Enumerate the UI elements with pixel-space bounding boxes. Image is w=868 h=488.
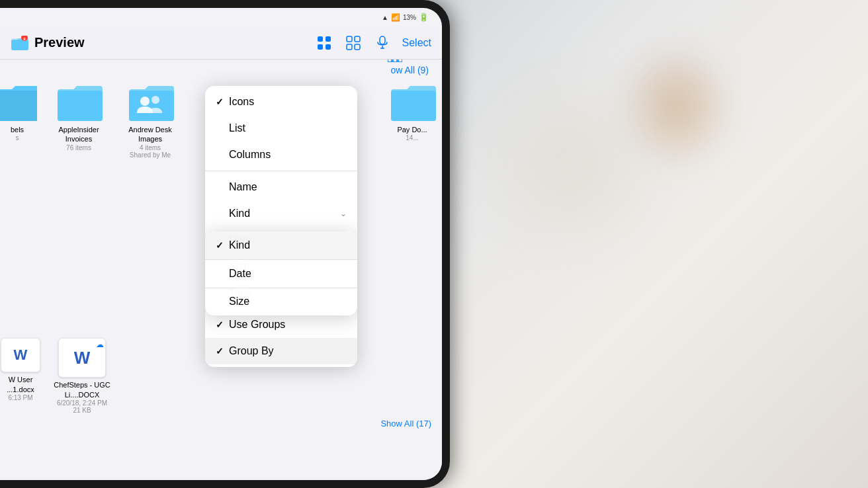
folder-icon xyxy=(55,83,103,122)
microphone-icon[interactable] xyxy=(373,34,392,52)
wifi-icon: 📶 xyxy=(391,13,400,22)
group-by-option[interactable]: ✓ Group By xyxy=(205,338,357,364)
file-name: W User ...1.docx xyxy=(1,375,40,394)
list-item: W W User ...1.docx 6:13 PM xyxy=(1,338,40,414)
svg-rect-9 xyxy=(355,36,360,42)
folder-icon xyxy=(0,83,37,122)
view-section: ✓ Icons List Columns xyxy=(205,86,357,171)
nav-bar: 9 Preview xyxy=(0,26,442,60)
battery-icon: 🔋 xyxy=(419,13,429,22)
folder-nav-icon[interactable]: 9 xyxy=(11,34,29,52)
cloud-icon: ☁ xyxy=(96,340,104,349)
file-name: ChefSteps - UGC Li....DOCX xyxy=(52,380,112,399)
chevron-down-icon: ⌄ xyxy=(340,209,347,218)
svg-rect-8 xyxy=(347,36,352,42)
group-by-date-option[interactable]: Date xyxy=(205,260,357,288)
svg-rect-20 xyxy=(388,60,392,62)
file-meta: s xyxy=(16,134,19,142)
svg-rect-12 xyxy=(380,36,385,44)
svg-rect-21 xyxy=(393,60,397,62)
partial-folder: Pay Do... 14... xyxy=(386,83,439,142)
group-by-size-option[interactable]: Size xyxy=(205,288,357,315)
ipad-device: ▲ 📶 13% 🔋 9 Preview xyxy=(0,0,450,488)
svg-rect-4 xyxy=(318,36,323,42)
file-grid-top: bels s AppleInsider Invoices 76 items xyxy=(0,83,191,159)
folder-shared-icon xyxy=(126,83,174,122)
grid-view-icon[interactable] xyxy=(315,34,333,52)
column-view-button[interactable] xyxy=(388,60,402,65)
signal-icon: ▲ xyxy=(382,14,388,21)
file-name: bels xyxy=(11,125,24,134)
option-label: Group By xyxy=(229,345,347,357)
view-columns-option[interactable]: Columns xyxy=(205,142,357,168)
sort-kind-option[interactable]: Kind ⌄ xyxy=(205,200,357,227)
word-doc-icon: W xyxy=(1,338,40,372)
option-label: Kind xyxy=(229,208,340,220)
ipad-screen: ▲ 📶 13% 🔋 9 Preview xyxy=(0,8,442,480)
file-name: AppleInsider Invoices xyxy=(49,125,108,144)
view-options-dropdown: ✓ Icons List Columns xyxy=(205,86,357,367)
list-item[interactable]: AppleInsider Invoices 76 items xyxy=(49,83,108,159)
group-by-submenu: ✓ Kind Date Size xyxy=(205,231,357,315)
group-section: ✓ Use Groups ✓ Group By xyxy=(205,309,357,367)
file-grid-bottom: W W User ...1.docx 6:13 PM W ☁ ChefSteps… xyxy=(0,338,122,414)
option-label: Columns xyxy=(229,149,347,161)
sort-dropdown-panel: ✓ Icons List Columns xyxy=(205,86,357,367)
file-meta: 4 items xyxy=(140,144,161,151)
list-item: bels s xyxy=(0,83,37,159)
view-options-icon[interactable] xyxy=(344,34,363,52)
use-groups-option[interactable]: ✓ Use Groups xyxy=(205,311,357,338)
status-bar: ▲ 📶 13% 🔋 xyxy=(0,8,442,26)
svg-point-16 xyxy=(152,96,159,104)
checkmark-icon: ✓ xyxy=(216,346,229,356)
show-all-bottom[interactable]: Show All (17) xyxy=(380,419,431,428)
file-meta: 14... xyxy=(406,134,418,142)
show-all-top[interactable]: ow All (9) xyxy=(390,65,429,75)
file-name: Andrew Desk Images xyxy=(120,125,180,144)
group-by-kind-option[interactable]: ✓ Kind xyxy=(205,231,357,259)
content-area: ow All (9) bels s xyxy=(0,60,442,480)
option-label: Name xyxy=(229,181,347,193)
nav-right-icons: Select xyxy=(315,34,431,52)
list-item[interactable]: W ☁ ChefSteps - UGC Li....DOCX 6/20/18, … xyxy=(52,338,112,414)
file-name: Pay Do... xyxy=(397,125,427,134)
svg-point-15 xyxy=(140,97,150,106)
file-meta-shared: Shared by Me xyxy=(130,151,171,159)
page-title: Preview xyxy=(34,35,315,50)
option-label: Size xyxy=(229,296,249,307)
svg-rect-1 xyxy=(11,40,28,50)
svg-rect-10 xyxy=(347,44,352,50)
file-meta: 76 items xyxy=(66,144,91,151)
bg-blur-object-2 xyxy=(471,66,670,264)
svg-rect-11 xyxy=(355,44,360,50)
battery-level: 13% xyxy=(403,14,416,21)
option-label: Kind xyxy=(229,239,250,251)
view-icon-cluster xyxy=(388,60,402,65)
file-meta: 6/20/18, 2:24 PM xyxy=(57,399,107,407)
list-item[interactable]: Andrew Desk Images 4 items Shared by Me xyxy=(120,83,180,159)
svg-rect-7 xyxy=(326,44,331,50)
option-label: Icons xyxy=(229,96,347,108)
status-icons: ▲ 📶 13% 🔋 xyxy=(382,13,429,22)
sort-name-option[interactable]: Name xyxy=(205,174,357,200)
checkmark-icon: ✓ xyxy=(216,319,229,330)
checkmark-icon: ✓ xyxy=(216,97,229,107)
svg-rect-22 xyxy=(398,60,402,62)
option-label: List xyxy=(229,122,347,134)
view-list-option[interactable]: List xyxy=(205,115,357,142)
view-icons-option[interactable]: ✓ Icons xyxy=(205,89,357,115)
folder-icon xyxy=(388,83,436,122)
word-doc-container: W ☁ xyxy=(58,338,106,378)
file-size: 21 KB xyxy=(73,407,91,414)
checkmark-icon: ✓ xyxy=(216,240,229,251)
svg-rect-6 xyxy=(318,44,323,50)
option-label: Date xyxy=(229,268,251,280)
svg-rect-5 xyxy=(326,36,331,42)
file-meta: 6:13 PM xyxy=(8,394,32,401)
select-button[interactable]: Select xyxy=(402,37,431,49)
option-label: Use Groups xyxy=(229,319,347,331)
